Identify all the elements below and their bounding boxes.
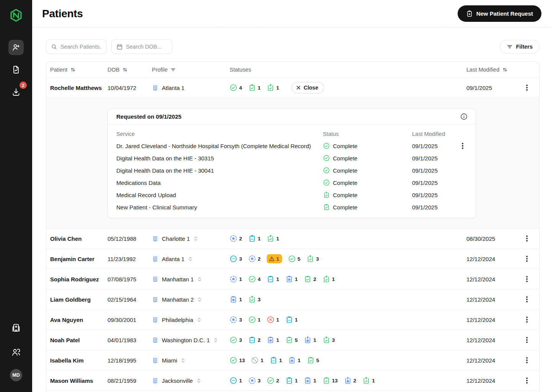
table-row[interactable]: Rochelle Matthews 10/04/1972 Atlanta 1 4… xyxy=(46,78,539,98)
chevron-up-down-icon[interactable] xyxy=(197,317,202,322)
building-icon xyxy=(152,85,158,91)
chevron-up-down-icon[interactable] xyxy=(193,236,198,241)
status-chip-clipboard-dots[interactable]: 1 xyxy=(248,235,261,242)
table-row[interactable]: Olivia Chen 05/12/1988 Charlotte 1 211 0… xyxy=(46,229,539,249)
status-chip-circle-check[interactable]: 13 xyxy=(230,356,245,364)
status-chip-gear-dashed[interactable]: 2 xyxy=(248,255,261,263)
status-chip-clipboard-up-check[interactable]: 1 xyxy=(362,377,375,384)
status-chip-clipboard-dots[interactable]: 1 xyxy=(285,377,298,384)
status-chip-clipboard-check[interactable]: 13 xyxy=(323,377,338,384)
row-menu-button[interactable] xyxy=(522,274,532,284)
table-row[interactable]: Isabella Kim 12/18/1995 Miami 131115 12/… xyxy=(46,350,539,371)
status-chip-clipboard-dots[interactable]: 1 xyxy=(267,275,279,283)
row-menu-button[interactable] xyxy=(522,355,532,365)
status-chip-circle-x[interactable]: 1 xyxy=(267,316,279,323)
row-menu-button[interactable] xyxy=(522,335,532,345)
chevron-up-down-icon[interactable] xyxy=(196,378,201,383)
status-chip-gear-dashed[interactable]: 3 xyxy=(248,377,261,384)
status-chip-clipboard-up-gear[interactable]: 2 xyxy=(344,377,357,384)
user-avatar[interactable]: MD xyxy=(10,369,22,381)
chevron-up-down-icon[interactable] xyxy=(213,338,218,343)
status-chip-clipboard-dots[interactable]: 1 xyxy=(270,356,282,364)
row-menu-button[interactable] xyxy=(522,254,532,264)
row-menu-button[interactable] xyxy=(522,83,532,93)
status-chip-circle-dots[interactable]: 3 xyxy=(230,255,242,263)
table-row[interactable]: Noah Patel 04/01/1983 Washington D.C. 1 … xyxy=(46,330,539,350)
close-button[interactable]: Close xyxy=(292,82,324,93)
filters-button[interactable]: Filters xyxy=(500,40,540,54)
status-chip-circle-check[interactable]: 5 xyxy=(288,255,301,263)
status-chip-circle-check[interactable]: 1 xyxy=(248,316,261,323)
chevron-up-down-icon[interactable] xyxy=(181,358,186,363)
service-row: Dr. Jared Cleveland - Northside Hospital… xyxy=(116,140,468,152)
sidebar-item-reports[interactable] xyxy=(8,62,24,77)
status-icon-circle-check xyxy=(323,155,330,162)
search-patients-box[interactable] xyxy=(46,39,107,54)
status-chip-circle-check[interactable]: 4 xyxy=(230,84,242,91)
patient-name: Ava Nguyen xyxy=(50,317,108,323)
status-chip-clipboard-up-check[interactable]: 3 xyxy=(306,255,319,263)
table-row[interactable]: Sophia Rodriguez 07/08/1975 Manhattan 1 … xyxy=(46,269,539,289)
sidebar-item-team[interactable] xyxy=(8,345,24,360)
toolbar: Filters xyxy=(46,39,540,54)
status-chip-gear-dashed[interactable]: 2 xyxy=(230,235,242,242)
table-row[interactable]: Liam Goldberg 02/15/1964 Manhattan 2 13 … xyxy=(46,289,539,310)
search-dob-input[interactable] xyxy=(126,44,167,50)
patients-table: Patient DOB Profil xyxy=(46,61,540,392)
status-chip-clipboard-up-check[interactable]: 3 xyxy=(323,336,335,344)
col-last-modified[interactable]: Last Modified xyxy=(457,67,518,73)
search-patients-input[interactable] xyxy=(60,44,102,50)
status-chip-clipboard-gear[interactable]: 1 xyxy=(285,275,298,283)
table-row[interactable]: Ava Nguyen 09/30/2001 Philadelphia 3111 … xyxy=(46,310,539,330)
table-row[interactable]: Mason Williams 08/21/1959 Jacksonville 1… xyxy=(46,371,539,391)
last-modified: 12/12/2024 xyxy=(457,317,518,323)
status-chip-circle-check[interactable]: 3 xyxy=(230,336,242,344)
row-menu-button[interactable] xyxy=(522,376,532,385)
status-chip-clipboard-up-check[interactable]: 3 xyxy=(248,296,261,303)
row-menu-button[interactable] xyxy=(458,141,468,151)
status-chip-gear-dashed[interactable]: 3 xyxy=(230,316,242,323)
status-chip-clipboard-up-gear[interactable]: 1 xyxy=(304,336,316,344)
status-chip-clipboard-check[interactable]: 5 xyxy=(285,336,298,344)
table-row[interactable]: Benjamin Carter 11/23/1992 Atlanta 1 321… xyxy=(46,249,539,269)
status-chip-circle-dots[interactable]: 1 xyxy=(230,377,242,384)
status-chip-clipboard-gear[interactable]: 1 xyxy=(267,336,279,344)
search-dob-box[interactable] xyxy=(111,39,172,54)
col-patient[interactable]: Patient xyxy=(50,67,108,73)
status-chip-circle-check[interactable]: 4 xyxy=(248,275,261,283)
status-chip-clipboard-up-check[interactable]: 1 xyxy=(267,235,279,242)
status-chip-clipboard-up-check[interactable]: 1 xyxy=(323,275,335,283)
status-chip-clipboard-gear[interactable]: 1 xyxy=(230,296,242,303)
status-chip-clipboard-check[interactable]: 1 xyxy=(248,84,261,91)
chevron-up-down-icon[interactable] xyxy=(188,256,193,261)
status-chip-clipboard-gear[interactable]: 1 xyxy=(304,377,316,384)
status-chips: 132111321 xyxy=(230,377,457,384)
patient-dob: 05/12/1988 xyxy=(108,235,152,242)
status-chip-clipboard-gear[interactable]: 1 xyxy=(288,356,301,364)
sidebar-item-downloads[interactable]: 2 xyxy=(8,84,24,100)
new-patient-request-button[interactable]: New Patient Request xyxy=(458,5,541,22)
row-menu-button[interactable] xyxy=(522,315,532,325)
status-chip-clipboard-dots[interactable]: 1 xyxy=(285,316,298,323)
status-chip-clipboard-check[interactable]: 5 xyxy=(307,356,320,364)
sidebar-item-facilities[interactable] xyxy=(8,320,24,335)
status-chip-circle-check[interactable]: 2 xyxy=(267,377,279,384)
status-chip-clipboard-check[interactable]: 2 xyxy=(304,275,316,283)
service-name: Medical Record Upload xyxy=(116,192,323,198)
row-menu-button[interactable] xyxy=(522,294,532,304)
info-icon[interactable] xyxy=(460,113,468,121)
status-chip-gear-dashed[interactable]: 1 xyxy=(230,275,242,283)
col-profile[interactable]: Profile xyxy=(152,67,230,73)
status-icon-clipboard-up-check xyxy=(323,191,330,198)
service-row: Digital Health Data on the HIE - 30041 C… xyxy=(116,164,468,176)
sidebar-item-add-patient[interactable] xyxy=(8,40,24,55)
status-chip-clipboard-dots[interactable]: 2 xyxy=(248,336,261,344)
chevron-up-down-icon[interactable] xyxy=(197,277,202,282)
status-chip-clipboard-up-check[interactable]: 1 xyxy=(267,84,279,91)
service-row: Medications Data Complete 09/1/2025 xyxy=(116,176,468,189)
status-chip-circle-slash[interactable]: 1 xyxy=(251,356,264,364)
col-dob[interactable]: DOB xyxy=(108,67,152,73)
row-menu-button[interactable] xyxy=(522,234,532,243)
chevron-up-down-icon[interactable] xyxy=(197,297,202,302)
status-chip-warning[interactable]: 1 xyxy=(267,254,282,263)
